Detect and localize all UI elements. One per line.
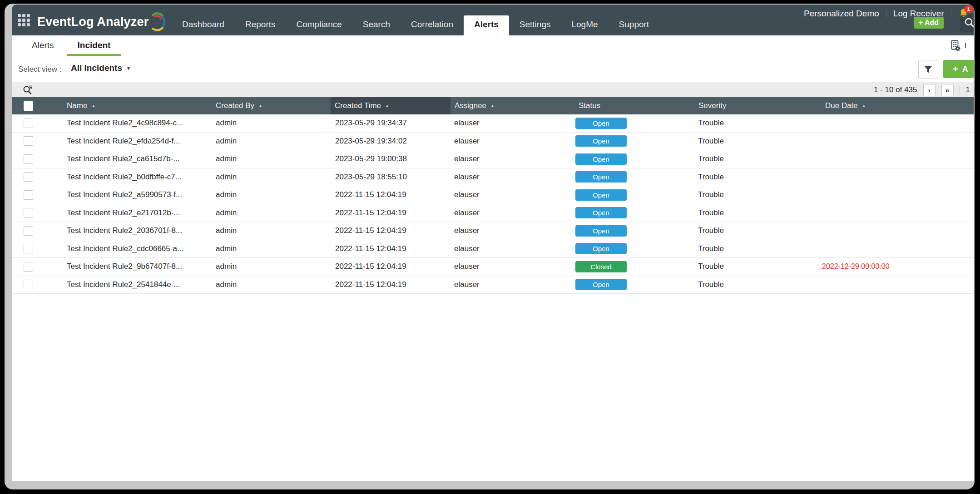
status-badge[interactable]: Open <box>575 171 627 183</box>
nav-item-settings[interactable]: Settings <box>509 15 561 35</box>
nav-item-compliance[interactable]: Compliance <box>286 15 352 35</box>
brand-logo[interactable]: EventLog Analyzer <box>37 11 167 33</box>
topbar-search-icon[interactable] <box>960 14 974 32</box>
status-badge[interactable]: Open <box>575 118 627 129</box>
subtab-incident[interactable]: Incident <box>66 35 123 56</box>
apps-grid-icon[interactable] <box>18 14 30 26</box>
cell-name[interactable]: Test Incident Rule2_efda254d-f... <box>55 133 204 150</box>
cell-name[interactable]: Test Incident Rule2_cdc06665-a... <box>55 240 204 258</box>
status-badge[interactable]: Open <box>575 207 627 218</box>
cell-due-date <box>821 133 974 150</box>
nav-item-alerts[interactable]: Alerts <box>464 15 509 35</box>
cell-name[interactable]: Test Incident Rule2_b0dfbffe-c7... <box>55 168 204 186</box>
nav-item-dashboard[interactable]: Dashboard <box>172 15 235 35</box>
table-row[interactable]: Test Incident Rule2_e217012b-... admin 2… <box>12 204 974 222</box>
cell-created-by: admin <box>204 222 331 240</box>
table-row[interactable]: Test Incident Rule2_2036701f-8... admin … <box>12 222 974 240</box>
pagination-range: 1 - 10 of 435 <box>874 85 917 94</box>
cell-name[interactable]: Test Incident Rule2_9b67407f-8... <box>55 258 204 276</box>
nav-item-correlation[interactable]: Correlation <box>401 15 464 35</box>
subtab-alerts[interactable]: Alerts <box>20 35 66 56</box>
last-page-button[interactable]: » <box>941 84 954 96</box>
cell-created-by: admin <box>204 114 331 132</box>
status-badge[interactable]: Open <box>575 189 627 201</box>
table-row[interactable]: Test Incident Rule2_cdc06665-a... admin … <box>12 240 974 258</box>
cell-name[interactable]: Test Incident Rule2_ca615d7b-... <box>55 150 204 168</box>
filter-button[interactable] <box>918 60 938 79</box>
nav-item-support[interactable]: Support <box>609 15 660 35</box>
sort-asc-icon: ▲ <box>490 104 495 108</box>
cell-status: Open <box>574 276 694 294</box>
column-header-created-time[interactable]: Created Time▲ <box>331 97 450 114</box>
notification-count-badge: 1 <box>964 5 973 13</box>
row-checkbox[interactable] <box>24 119 33 128</box>
column-label: Status <box>579 101 600 110</box>
table-row[interactable]: Test Incident Rule2_b0dfbffe-c7... admin… <box>12 168 974 187</box>
cell-name[interactable]: Test Incident Rule2_2541844e-... <box>55 276 204 294</box>
cell-name[interactable]: Test Incident Rule2_a5990573-f... <box>55 186 204 204</box>
add-incident-button[interactable]: + A <box>943 60 974 78</box>
cell-assignee: elauser <box>450 150 574 168</box>
row-checkbox[interactable] <box>24 226 33 236</box>
cell-name[interactable]: Test Incident Rule2_4c98c894-c... <box>55 114 204 132</box>
status-badge[interactable]: Open <box>575 279 627 290</box>
cell-created-time: 2022-11-15 12:04:19 <box>331 258 450 276</box>
manage-views-button[interactable]: I <box>950 40 967 52</box>
status-badge[interactable]: Open <box>575 243 627 254</box>
table-row[interactable]: Test Incident Rule2_2541844e-... admin 2… <box>12 276 974 294</box>
column-header-assignee[interactable]: Assignee▲ <box>450 97 574 114</box>
row-checkbox[interactable] <box>24 136 33 146</box>
column-header-created-by[interactable]: Created By▲ <box>204 97 331 114</box>
table-row[interactable]: Test Incident Rule2_efda254d-f... admin … <box>12 133 974 151</box>
row-checkbox[interactable] <box>24 154 33 164</box>
next-page-button[interactable]: › <box>923 84 935 96</box>
cell-severity: Trouble <box>694 204 821 222</box>
page-size-value-clipped[interactable]: 1 <box>966 85 970 94</box>
cell-created-by: admin <box>204 276 331 294</box>
row-checkbox-cell <box>12 276 55 294</box>
table-row[interactable]: Test Incident Rule2_9b67407f-8... admin … <box>12 258 974 276</box>
cell-status: Open <box>574 222 694 240</box>
row-checkbox[interactable] <box>24 190 33 200</box>
add-button[interactable]: + Add <box>914 17 944 29</box>
nav-item-reports[interactable]: Reports <box>235 15 286 35</box>
cell-created-by: admin <box>204 204 331 222</box>
cell-status: Open <box>574 133 694 150</box>
divider <box>951 10 951 18</box>
cell-severity: Trouble <box>694 186 821 204</box>
column-header-content: Created Time▲ <box>331 101 389 110</box>
row-checkbox[interactable] <box>24 172 33 182</box>
topbar-link-personalized-demo[interactable]: Personalized Demo <box>804 9 879 19</box>
column-header-severity[interactable]: Severity <box>694 97 821 114</box>
column-header-status[interactable]: Status <box>574 97 694 114</box>
nav-item-search[interactable]: Search <box>352 15 401 35</box>
cell-due-date <box>821 186 974 204</box>
status-badge[interactable]: Closed <box>575 261 627 272</box>
column-header-name[interactable]: Name▲ <box>55 97 204 114</box>
select-all-checkbox[interactable] <box>24 101 33 111</box>
row-checkbox[interactable] <box>24 208 33 217</box>
cell-name[interactable]: Test Incident Rule2_2036701f-8... <box>55 222 204 240</box>
cell-created-by: admin <box>204 133 331 150</box>
status-badge[interactable]: Open <box>575 135 627 147</box>
search-filter-icon[interactable] <box>22 84 33 95</box>
cell-due-date <box>821 222 974 240</box>
row-checkbox[interactable] <box>24 262 33 272</box>
cell-severity: Trouble <box>694 150 821 168</box>
table-row[interactable]: Test Incident Rule2_a5990573-f... admin … <box>12 186 974 204</box>
row-checkbox[interactable] <box>24 244 33 253</box>
row-checkbox[interactable] <box>24 280 33 289</box>
table-row[interactable]: Test Incident Rule2_ca615d7b-... admin 2… <box>12 150 974 168</box>
cell-severity: Trouble <box>694 114 821 132</box>
status-badge[interactable]: Open <box>575 225 627 237</box>
column-label: Assignee <box>455 101 486 110</box>
chevron-down-icon: ▼ <box>126 66 131 71</box>
table-search-bar[interactable]: 1 - 10 of 435 › » 1 <box>12 82 974 98</box>
status-badge[interactable]: Open <box>575 153 627 165</box>
brand-swoosh-icon <box>150 11 167 33</box>
nav-item-logme[interactable]: LogMe <box>561 15 608 35</box>
view-dropdown[interactable]: All incidents ▼ <box>71 63 131 73</box>
cell-name[interactable]: Test Incident Rule2_e217012b-... <box>55 204 204 222</box>
column-header-due-date[interactable]: Due Date▲ <box>821 97 974 114</box>
table-row[interactable]: Test Incident Rule2_4c98c894-c... admin … <box>12 114 974 133</box>
